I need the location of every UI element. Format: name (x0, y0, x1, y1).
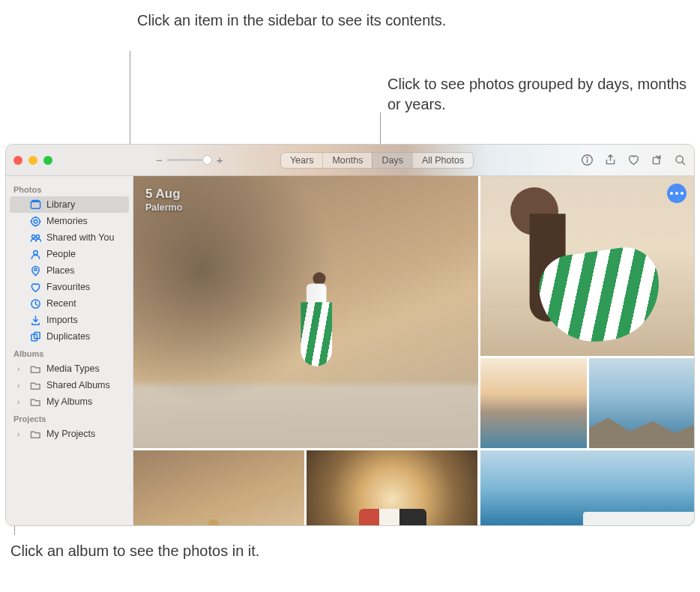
svg-point-8 (31, 217, 39, 225)
photos-window: − + Years Months Days All Photos Photos … (5, 144, 695, 526)
zoom-thumb[interactable] (202, 155, 212, 165)
zoom-track[interactable] (167, 159, 212, 161)
places-icon (29, 265, 41, 277)
photo-tile[interactable] (480, 358, 587, 448)
segment-days[interactable]: Days (372, 153, 411, 168)
callout-seg-leader (380, 112, 381, 146)
svg-line-5 (682, 162, 684, 164)
callout-sidebar: Click an item in the sidebar to see its … (137, 10, 446, 31)
sidebar-item-places[interactable]: › Places (10, 262, 129, 279)
sidebar-item-memories[interactable]: › Memories (10, 213, 129, 229)
svg-point-9 (34, 220, 37, 223)
info-icon[interactable] (581, 154, 594, 166)
chevron-right-icon[interactable]: › (17, 398, 24, 406)
hero-label: 5 Aug Palermo (145, 187, 182, 213)
segment-all-photos[interactable]: All Photos (412, 153, 473, 168)
svg-point-12 (33, 250, 37, 254)
sidebar-item-label: Recent (46, 298, 76, 309)
photo-tile-hero[interactable]: 5 Aug Palermo (133, 176, 478, 448)
sidebar-item-label: Duplicates (46, 331, 90, 342)
sidebar-item-my-albums[interactable]: › My Albums (10, 393, 129, 410)
sidebar-item-label: My Projects (46, 429, 95, 439)
sidebar-item-favourites[interactable]: › Favourites (10, 279, 129, 295)
section-projects-label: Projects (6, 410, 133, 426)
duplicates-icon (29, 330, 41, 342)
titlebar: − + Years Months Days All Photos (6, 145, 694, 176)
sidebar-item-duplicates[interactable]: › Duplicates (10, 328, 129, 345)
zoom-slider[interactable]: − + (156, 154, 223, 166)
callout-albums-text: Click an album to see the photos in it. (10, 543, 259, 559)
sidebar-item-shared-albums[interactable]: › Shared Albums (10, 377, 129, 393)
svg-rect-6 (31, 201, 40, 208)
svg-point-10 (31, 235, 34, 238)
recent-icon (29, 297, 41, 309)
window-controls (13, 156, 52, 165)
people-icon (29, 248, 41, 260)
folder-icon (29, 396, 41, 408)
photo-tile[interactable] (307, 450, 477, 525)
folder-icon (29, 428, 41, 440)
person-figure (510, 187, 558, 235)
person-figure (307, 272, 332, 366)
chevron-right-icon[interactable]: › (17, 365, 24, 373)
sidebar-item-label: Imports (46, 315, 78, 325)
section-photos-label: Photos (6, 181, 133, 196)
callout-segmented-text: Click to see photos grouped by days, mon… (387, 76, 687, 112)
search-icon[interactable] (674, 154, 687, 166)
sidebar-item-label: Shared Albums (46, 380, 110, 390)
callout-segmented: Click to see photos grouped by days, mon… (387, 74, 700, 115)
sidebar-item-label: People (46, 249, 76, 259)
svg-point-13 (34, 268, 36, 270)
rotate-icon[interactable] (651, 154, 663, 166)
library-icon (29, 199, 41, 211)
segment-years[interactable]: Years (281, 153, 323, 168)
shared-with-you-icon (29, 232, 41, 244)
callout-albums: Click an album to see the photos in it. (10, 541, 259, 561)
maximise-button[interactable] (43, 156, 52, 165)
sidebar-item-imports[interactable]: › Imports (10, 312, 129, 328)
photo-tile[interactable] (480, 450, 694, 525)
sidebar-item-label: Places (46, 265, 75, 276)
sidebar-item-label: Shared with You (46, 232, 114, 243)
photo-tile[interactable] (133, 450, 304, 525)
imports-icon (29, 314, 41, 326)
segment-months[interactable]: Months (322, 153, 372, 168)
sidebar-item-people[interactable]: › People (10, 246, 129, 262)
sidebar: Photos › Library › Memories › Shared wit… (6, 176, 133, 525)
zoom-out-label: − (156, 154, 163, 166)
folder-icon (29, 363, 41, 375)
favourites-icon (29, 281, 41, 293)
sidebar-item-my-projects[interactable]: › My Projects (10, 426, 129, 442)
folder-icon (29, 379, 41, 391)
hero-place: Palermo (145, 202, 182, 213)
hero-date: 5 Aug (145, 187, 182, 202)
photo-tile[interactable] (589, 358, 694, 448)
sidebar-item-label: My Albums (46, 396, 92, 407)
more-options-button[interactable] (667, 184, 687, 203)
memories-icon (29, 215, 41, 227)
section-albums-label: Albums (6, 345, 133, 360)
sidebar-item-shared-with-you[interactable]: › Shared with You (10, 229, 129, 246)
toolbar-right (581, 154, 687, 166)
photo-tile[interactable] (480, 176, 694, 356)
sidebar-item-label: Media Types (46, 363, 100, 374)
sidebar-item-media-types[interactable]: › Media Types (10, 360, 129, 377)
sidebar-item-label: Library (46, 199, 75, 210)
sidebar-item-library[interactable]: › Library (10, 196, 129, 213)
view-segmented-control: Years Months Days All Photos (280, 152, 474, 169)
svg-point-2 (587, 157, 588, 158)
close-button[interactable] (13, 156, 22, 165)
svg-point-4 (676, 156, 683, 163)
photo-grid: 5 Aug Palermo (133, 176, 694, 525)
sidebar-item-label: Favourites (46, 282, 90, 292)
sidebar-item-recent[interactable]: › Recent (10, 295, 129, 312)
zoom-in-label: + (217, 154, 223, 166)
minimise-button[interactable] (28, 156, 37, 165)
callout-sidebar-text: Click an item in the sidebar to see its … (137, 12, 446, 28)
svg-point-11 (36, 235, 39, 238)
share-icon[interactable] (604, 154, 617, 166)
chevron-right-icon[interactable]: › (17, 381, 24, 390)
sidebar-item-label: Memories (46, 216, 88, 226)
heart-icon[interactable] (627, 154, 640, 166)
chevron-right-icon[interactable]: › (17, 430, 24, 438)
